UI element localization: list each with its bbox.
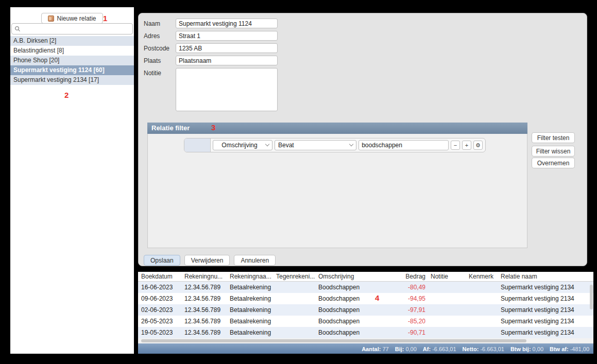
col-rekeningnummer[interactable]: Rekeningnu... <box>181 272 227 281</box>
cell-omschrijving: Boodschappen <box>315 316 395 327</box>
status-af: Af: -6.663,01 <box>423 346 456 352</box>
col-tegenrekening[interactable]: Tegenrekeni... <box>273 272 315 281</box>
annotation-marker-4: 4 <box>375 293 379 302</box>
cell-omschrijving: Boodschappen <box>315 293 395 304</box>
postcode-field[interactable] <box>176 43 278 53</box>
relation-list-item[interactable]: Supermarkt vestiging 2134 [17] <box>10 75 134 85</box>
notitie-field[interactable] <box>176 68 278 111</box>
relation-filter-body: Omschrijving Bevat − + ⚙ <box>147 134 527 248</box>
new-relation-button[interactable]: Nieuwe relatie <box>41 13 103 24</box>
cell-boekdatum: 02-06-2023 <box>138 304 181 316</box>
search-input[interactable] <box>23 25 130 32</box>
filter-test-button[interactable]: Filter testen <box>532 132 575 143</box>
table-row[interactable]: 16-06-2023 12.34.56.789 Betaalrekening B… <box>138 282 593 293</box>
table-vertical-scrollbar[interactable] <box>590 285 593 309</box>
cell-tegenrekening <box>273 293 315 304</box>
cell-relatie-naam: Supermarkt vestiging 2134 <box>498 316 593 327</box>
col-omschrijving[interactable]: Omschrijving <box>315 272 395 281</box>
cell-omschrijving: Boodschappen <box>315 304 395 316</box>
cell-boekdatum: 09-06-2023 <box>138 293 181 304</box>
field-label-postcode: Postcode <box>144 43 176 52</box>
plaats-field[interactable] <box>176 56 278 65</box>
cell-relatie-naam: Supermarkt vestiging 2134 <box>498 304 593 316</box>
table-row[interactable]: 19-05-2023 12.34.56.789 Betaalrekening B… <box>138 327 593 338</box>
cell-relatie-naam: Supermarkt vestiging 2134 <box>498 327 593 338</box>
chevron-down-icon <box>265 142 269 146</box>
cell-tegenrekening <box>273 316 315 327</box>
save-button[interactable]: Opslaan <box>144 255 180 266</box>
filter-value-input[interactable] <box>359 140 449 150</box>
adres-field[interactable] <box>176 31 278 41</box>
cell-tegenrekening <box>273 304 315 316</box>
status-aantal: Aantal: 77 <box>362 346 389 352</box>
cell-boekdatum: 16-06-2023 <box>138 282 181 293</box>
cell-boekdatum: 26-05-2023 <box>138 316 181 327</box>
filter-field-select[interactable]: Omschrijving <box>213 140 272 150</box>
table-row[interactable]: 02-06-2023 12.34.56.789 Betaalrekening B… <box>138 304 593 316</box>
table-row[interactable]: 26-05-2023 12.34.56.789 Betaalrekening B… <box>138 316 593 327</box>
scrollbar-thumb[interactable] <box>141 339 526 342</box>
cell-bedrag: -94,95 <box>395 293 428 304</box>
field-label-naam: Naam <box>144 19 176 27</box>
cell-kenmerk <box>466 282 498 293</box>
relation-form: Naam Adres Postcode Plaats Notitie <box>144 19 278 114</box>
relation-search[interactable] <box>11 23 133 34</box>
cell-bedrag: -90,71 <box>395 327 428 338</box>
relation-filter-header: Relatie filter <box>147 123 527 134</box>
col-bedrag[interactable]: Bedrag <box>395 272 428 281</box>
cell-omschrijving: Boodschappen <box>315 327 395 338</box>
col-kenmerk[interactable]: Kenmerk <box>466 272 498 281</box>
relation-list-item[interactable]: Phone Shop [20] <box>10 56 134 65</box>
cell-bedrag: -97,91 <box>395 304 428 316</box>
filter-add-button[interactable]: + <box>462 141 471 150</box>
col-relatie-naam[interactable]: Relatie naam <box>498 272 593 281</box>
cell-kenmerk <box>466 304 498 316</box>
annotation-marker-1: 1 <box>103 14 107 23</box>
relation-list-item[interactable]: Belastingdienst [8] <box>10 46 134 56</box>
sidebar: Nieuwe relatie A.B. Dirksen [2] Belastin… <box>10 7 134 354</box>
annotation-marker-3: 3 <box>211 123 215 132</box>
cell-omschrijving: Boodschappen <box>315 282 395 293</box>
cell-kenmerk <box>466 293 498 304</box>
filter-operator-select[interactable]: Bevat <box>275 140 356 150</box>
relation-list-item[interactable]: A.B. Dirksen [2] <box>10 36 134 46</box>
cancel-button[interactable]: Annuleren <box>234 255 276 266</box>
filter-settings-button gear-icon[interactable]: ⚙ <box>473 141 483 150</box>
form-action-buttons: Opslaan Verwijderen Annuleren <box>144 255 276 266</box>
relation-filter-title: Relatie filter <box>151 124 190 132</box>
filter-clear-button[interactable]: Filter wissen <box>532 146 575 157</box>
cell-rekeningnummer: 12.34.56.789 <box>181 316 227 327</box>
cell-tegenrekening <box>273 282 315 293</box>
new-relation-label: Nieuwe relatie <box>57 15 96 22</box>
table-header-row: Boekdatum Rekeningnu... Rekeningnaa... T… <box>138 272 593 282</box>
table-row[interactable]: 09-06-2023 12.34.56.789 Betaalrekening B… <box>138 293 593 304</box>
cell-rekeningnaam: Betaalrekening <box>227 316 273 327</box>
sidebar-toolbar: Nieuwe relatie <box>10 7 134 25</box>
delete-button[interactable]: Verwijderen <box>184 255 230 266</box>
relation-detail-panel: Naam Adres Postcode Plaats Notitie Relat… <box>138 13 587 266</box>
filter-operator-value: Bevat <box>278 142 347 149</box>
col-boekdatum[interactable]: Boekdatum <box>138 272 181 281</box>
cell-relatie-naam: Supermarkt vestiging 2134 <box>498 293 593 304</box>
cell-rekeningnummer: 12.34.56.789 <box>181 282 227 293</box>
field-label-adres: Adres <box>144 31 176 40</box>
cell-rekeningnummer: 12.34.56.789 <box>181 327 227 338</box>
col-rekeningnaam[interactable]: Rekeningnaa... <box>227 272 273 281</box>
relation-list-item-selected[interactable]: Supermarkt vestiging 1124 [60] <box>10 65 134 75</box>
naam-field[interactable] <box>176 19 278 28</box>
status-btw-bij: Btw bij: 0,00 <box>510 346 543 352</box>
status-netto: Netto: -6.663,01 <box>463 346 504 352</box>
table-horizontal-scrollbar[interactable] <box>138 338 593 343</box>
filter-row-handle[interactable] <box>184 138 211 152</box>
cell-rekeningnummer: 12.34.56.789 <box>181 304 227 316</box>
cell-rekeningnaam: Betaalrekening <box>227 327 273 338</box>
filter-apply-button[interactable]: Overnemen <box>532 158 575 168</box>
cell-kenmerk <box>466 316 498 327</box>
filter-remove-button[interactable]: − <box>451 141 460 150</box>
col-notitie[interactable]: Notitie <box>428 272 466 281</box>
contact-card-icon <box>48 15 54 22</box>
cell-rekeningnaam: Betaalrekening <box>227 282 273 293</box>
cell-kenmerk <box>466 327 498 338</box>
cell-notitie <box>428 293 466 304</box>
transactions-table: Boekdatum Rekeningnu... Rekeningnaa... T… <box>138 272 593 338</box>
